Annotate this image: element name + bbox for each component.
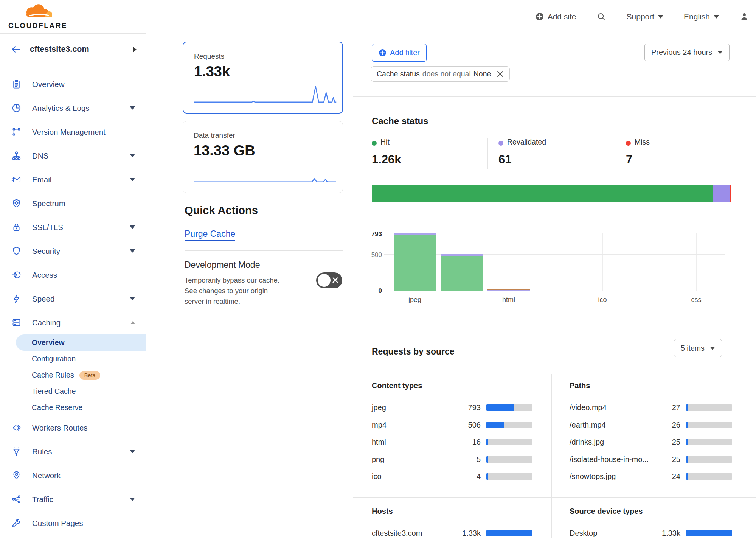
sidebar-item-custom-pages[interactable]: Custom Pages (0, 511, 146, 535)
sidebar-item-version-management[interactable]: Version Management (0, 120, 146, 144)
development-mode-title: Development Mode (185, 260, 343, 270)
panel-rows: cftestsite3.com1.33k (372, 525, 532, 538)
legend-label[interactable]: Hit (380, 138, 390, 148)
row-value: 26 (656, 421, 680, 429)
legend-dot (372, 141, 377, 146)
sidebar-item-label: Spectrum (32, 199, 65, 208)
pin-icon (11, 470, 22, 480)
sidebar-item-workers-routes[interactable]: Workers Routes (0, 416, 146, 440)
content-types-panel: Content typesjpeg793mp4506html16png5ico4 (372, 381, 532, 485)
bar-mp4 (441, 233, 483, 291)
row-bar-track (686, 422, 732, 428)
sidebar-item-security[interactable]: Security (0, 239, 146, 263)
sidebar-item-label: Rules (32, 447, 52, 456)
y-tick-500: 500 (355, 251, 382, 259)
row-bar-fill (486, 439, 488, 445)
back-arrow-icon[interactable] (11, 44, 21, 54)
legend-name-row: Miss (626, 138, 650, 148)
cache-server-icon (11, 317, 22, 328)
quick-actions-section: Quick Actions Purge Cache Development Mo… (185, 204, 343, 317)
data-transfer-sparkline (193, 162, 337, 186)
time-range-value: Previous 24 hours (651, 48, 712, 57)
sidebar-item-dns[interactable]: DNS (0, 144, 146, 168)
cache-status-title: Cache status (372, 116, 428, 126)
row-label: Desktop (570, 529, 656, 538)
sidebar-item-label: Version Management (32, 128, 106, 137)
requests-by-source-title: Requests by source (372, 347, 455, 357)
chevron-down-icon (130, 498, 135, 501)
divider (353, 96, 756, 97)
stackbar-segment-miss (730, 185, 731, 202)
paths-panel: Paths/video.mp427/earth.mp426/drinks.jpg… (570, 381, 732, 485)
site-switcher-chevron-icon[interactable] (133, 47, 137, 53)
account-menu[interactable] (739, 12, 749, 22)
chevron-down-icon (130, 249, 135, 253)
sidebar-item-traffic[interactable]: Traffic (0, 487, 146, 511)
dns-tree-icon (11, 151, 22, 161)
sidebar-item-network[interactable]: Network (0, 463, 146, 487)
chevron-up-icon (130, 321, 135, 324)
bar-ico (581, 233, 624, 291)
language-menu[interactable]: English (684, 12, 719, 21)
sidebar-subitem-tiered-cache[interactable]: Tiered Cache (32, 383, 146, 400)
panel-title: Content types (372, 381, 532, 390)
purge-cache-link[interactable]: Purge Cache (185, 229, 235, 241)
search-button[interactable] (597, 12, 606, 22)
sidebar-item-label: Network (32, 471, 61, 480)
bar-css (675, 233, 717, 291)
add-filter-button[interactable]: Add filter (372, 44, 427, 62)
sidebar-item-label: Analytics & Logs (32, 104, 90, 113)
sidebar-item-caching[interactable]: Caching (0, 311, 146, 334)
cloudflare-logo[interactable]: CLOUDFLARE (8, 2, 68, 30)
sidebar-subitem-cache-reserve[interactable]: Cache Reserve (32, 400, 146, 416)
sidebar-item-label: Custom Pages (32, 519, 83, 528)
close-icon (497, 70, 504, 78)
data-transfer-metric-card[interactable]: Data transfer 13.33 GB (183, 121, 343, 193)
bar-segment-hit (534, 291, 577, 291)
sidebar-item-spectrum[interactable]: Spectrum (0, 191, 146, 215)
development-mode-description: Temporarily bypass our cache. See change… (185, 275, 280, 307)
sidebar-item-rules[interactable]: Rules (0, 440, 146, 463)
support-menu[interactable]: Support (627, 12, 664, 21)
padlock-icon (11, 222, 22, 232)
sidebar-item-speed[interactable]: Speed (0, 287, 146, 311)
filter-operator: does not equal (422, 70, 471, 78)
table-row: mp4506 (372, 417, 532, 434)
bar-segment-revalidated (581, 291, 624, 291)
time-range-dropdown[interactable]: Previous 24 hours (644, 44, 730, 61)
legend-entry-miss: Miss7 (626, 138, 650, 166)
items-count-dropdown[interactable]: 5 items (674, 339, 722, 357)
x-axis-line (384, 291, 725, 291)
row-bar-track (486, 439, 532, 445)
sidebar-subitem-configuration[interactable]: Configuration (32, 351, 146, 367)
requests-metric-card[interactable]: Requests 1.33k (183, 42, 343, 114)
row-bar-fill (486, 473, 488, 480)
sidebar-item-ssl-tls[interactable]: SSL/TLS (0, 215, 146, 239)
divider (353, 319, 756, 319)
table-row: png5 (372, 451, 532, 468)
bar-segment-hit (441, 256, 483, 291)
sidebar-item-label: Email (32, 175, 51, 184)
sidebar-item-access[interactable]: Access (0, 263, 146, 287)
legend-entry-revalidated: Revalidated61 (498, 138, 546, 166)
sidebar-item-analytics-logs[interactable]: Analytics & Logs (0, 96, 146, 120)
sidebar-subitem-label: Tiered Cache (32, 387, 76, 396)
remove-filter-button[interactable] (497, 70, 504, 78)
cloudflare-cloud-icon (19, 2, 57, 20)
row-value: 24 (656, 472, 680, 481)
row-label: html (372, 438, 456, 446)
envelope-icon (11, 174, 22, 185)
sidebar-subitem-cache-rules[interactable]: Cache RulesBeta (32, 367, 146, 383)
panel-title: Hosts (372, 507, 532, 516)
legend-label[interactable]: Revalidated (507, 138, 546, 148)
sidebar-subitem-overview[interactable]: Overview (16, 334, 146, 351)
divider (353, 497, 756, 498)
sidebar-item-email[interactable]: Email (0, 168, 146, 191)
bar-png (534, 233, 577, 291)
table-row: ico4 (372, 468, 532, 485)
add-site-button[interactable]: Add site (536, 12, 576, 21)
legend-label[interactable]: Miss (635, 138, 650, 148)
sidebar-item-overview[interactable]: Overview (0, 72, 146, 96)
y-tick-0: 0 (355, 287, 382, 295)
development-mode-toggle[interactable] (316, 272, 342, 288)
